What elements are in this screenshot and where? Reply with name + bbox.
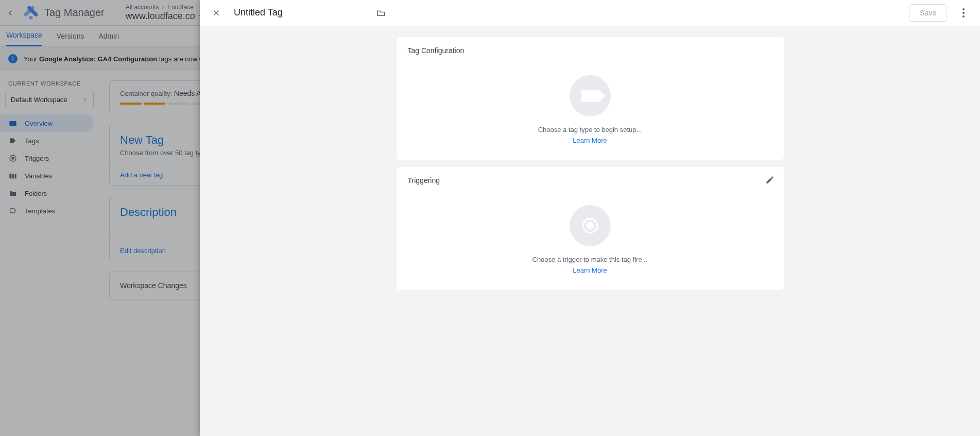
edit-triggering-button[interactable] bbox=[765, 175, 775, 185]
triggering-card[interactable]: Triggering Choose a trigger to make this… bbox=[397, 167, 784, 290]
panel-header: Save bbox=[200, 0, 980, 26]
folder-icon bbox=[376, 9, 386, 17]
tag-placeholder-icon bbox=[570, 75, 611, 116]
tag-config-learn-more[interactable]: Learn More bbox=[408, 137, 772, 144]
folder-button[interactable] bbox=[374, 6, 388, 20]
svg-point-11 bbox=[962, 15, 965, 18]
close-button[interactable] bbox=[207, 4, 226, 22]
panel-body: Tag Configuration Choose a tag type to b… bbox=[200, 26, 980, 436]
triggering-placeholder: Choose a trigger to make this tag fire..… bbox=[408, 256, 772, 263]
svg-point-10 bbox=[962, 12, 965, 14]
tag-config-placeholder: Choose a tag type to begin setup... bbox=[408, 126, 772, 133]
tag-editor-panel: Save Tag Configuration Choose a tag type… bbox=[200, 0, 980, 436]
pencil-icon bbox=[765, 175, 775, 185]
kebab-icon bbox=[962, 8, 965, 18]
save-button[interactable]: Save bbox=[909, 4, 947, 22]
triggering-learn-more[interactable]: Learn More bbox=[408, 266, 772, 274]
triggering-title: Triggering bbox=[408, 176, 772, 185]
more-menu-button[interactable] bbox=[954, 4, 973, 22]
trigger-placeholder-icon bbox=[570, 205, 611, 246]
svg-point-13 bbox=[587, 223, 593, 229]
tag-config-title: Tag Configuration bbox=[408, 46, 772, 55]
svg-point-9 bbox=[962, 8, 965, 10]
tag-name-input[interactable] bbox=[233, 5, 367, 21]
close-icon bbox=[212, 8, 221, 18]
panel-stack: Tag Configuration Choose a tag type to b… bbox=[397, 37, 784, 425]
tag-configuration-card[interactable]: Tag Configuration Choose a tag type to b… bbox=[397, 37, 784, 160]
